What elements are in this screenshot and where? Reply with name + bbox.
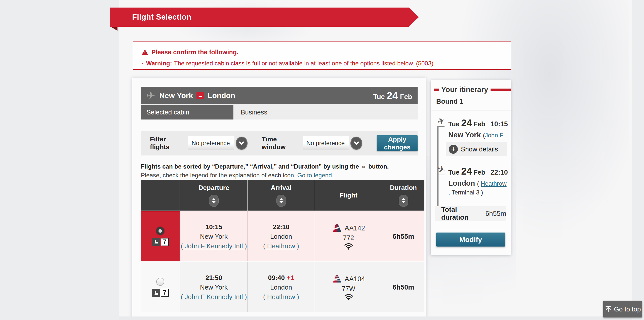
route-header: ✈ New York → London Tue 24 Feb <box>141 87 418 104</box>
flight-header-label: Flight <box>340 191 357 199</box>
show-details-label: Show details <box>461 145 498 153</box>
departure-header-label: Departure <box>198 184 229 192</box>
red-accent-bar <box>491 89 511 91</box>
duration-column-header: Duration <box>382 180 424 211</box>
arrow-up-to-top-icon <box>605 305 612 313</box>
flight-column-header: Flight <box>315 180 382 211</box>
seat-icon <box>152 238 160 246</box>
go-to-legend-link[interactable]: Go to legend. <box>297 172 334 179</box>
arrive-airport-link[interactable]: Heathrow <box>481 180 507 187</box>
arrival-airport-link[interactable]: ( Heathrow ) <box>263 292 299 302</box>
landing-icon: ✈ <box>435 165 448 175</box>
plus-icon: + <box>449 145 458 154</box>
sort-duration-button[interactable] <box>399 195 408 207</box>
seat-icon <box>152 289 160 297</box>
time-window-dropdown-button[interactable] <box>350 137 362 150</box>
route-destination: London <box>208 91 235 100</box>
seats-left-badge: 7 <box>152 238 169 246</box>
divider <box>431 110 511 110</box>
departure-airport-link[interactable]: ( John F Kennedy Intl ) <box>181 292 247 302</box>
airline-tail-logo-icon <box>332 224 342 233</box>
route-date: Tue 24 Feb <box>373 90 412 101</box>
modify-button[interactable]: Modify <box>436 232 505 247</box>
route-origin: New York <box>159 91 193 100</box>
itinerary-title: Your itinerary <box>441 86 488 94</box>
arrive-day: Tue <box>448 169 459 176</box>
bottom-section-strip <box>119 316 632 320</box>
total-duration-value: 6h55m <box>485 210 506 218</box>
selector-column-header <box>141 180 180 211</box>
departure-datetime: Tue 24 Feb 10:15 <box>448 118 508 129</box>
filter-bar: Filter flights No preference Time window… <box>141 131 418 155</box>
time-window-select[interactable]: No preference <box>303 136 349 150</box>
arrival-city: London <box>270 232 292 241</box>
warning-triangle-icon <box>141 49 148 55</box>
arrival-time-row: 09:40+1 <box>268 273 294 283</box>
total-duration-bar: Total duration 6h55m <box>435 206 506 221</box>
flights-table-header: Departure Arrival Flight Duration <box>141 180 424 211</box>
chevron-down-icon <box>353 140 360 146</box>
seats-left-count: 7 <box>161 289 169 297</box>
flight-duration: 6h55m <box>393 232 414 241</box>
paren: ( <box>477 180 479 187</box>
alert-message-row: · Warning: The requested cabin class is … <box>142 60 511 67</box>
filter-flights-label: Filter flights <box>150 135 183 151</box>
depart-month: Feb <box>474 120 485 128</box>
depart-time: 10:15 <box>491 120 508 128</box>
apply-changes-button[interactable]: Apply changes <box>377 135 418 151</box>
duration-header-label: Duration <box>390 184 417 192</box>
sort-departure-button[interactable] <box>209 195 219 207</box>
flight-radio-unselected[interactable] <box>156 278 164 286</box>
sort-up-icon <box>402 198 405 200</box>
aircraft-type: 772 <box>343 233 354 243</box>
sort-arrival-button[interactable] <box>276 195 286 207</box>
route-arrow-icon: → <box>196 92 204 99</box>
alert-bullet: · <box>142 61 144 67</box>
departure-time: 10:15 <box>206 222 222 232</box>
flight-duration: 6h50m <box>393 283 414 292</box>
flight-cell: AA104 77W <box>315 262 382 312</box>
departure-cell: 21:50 New York ( John F Kennedy Intl ) <box>180 262 247 312</box>
wifi-icon <box>344 243 353 250</box>
arrival-header-label: Arrival <box>271 184 291 192</box>
route-date-month: Feb <box>400 93 412 101</box>
page-title: Flight Selection <box>110 13 191 22</box>
flight-selector-cell: 7 <box>141 262 180 312</box>
arrival-time: 22:10 <box>273 223 290 231</box>
arrival-segment: Tue 24 Feb 22:10 London( Heathrow , Term… <box>448 166 508 197</box>
arrival-place: London( Heathrow , Terminal 3 ) <box>448 179 508 197</box>
flight-radio-selected[interactable] <box>156 227 164 235</box>
arrival-airport-link[interactable]: ( Heathrow ) <box>263 241 299 251</box>
go-to-top-button[interactable]: Go to top <box>603 301 642 317</box>
sort-down-icon <box>402 201 405 203</box>
itinerary-title-row: Your itinerary <box>431 86 511 94</box>
chevron-down-icon <box>238 140 245 146</box>
departure-cell: 10:15 New York ( John F Kennedy Intl ) <box>180 211 247 261</box>
page-banner: Flight Selection <box>110 8 419 27</box>
filter-flights-dropdown-button[interactable] <box>236 137 248 150</box>
depart-daynum: 24 <box>461 118 472 129</box>
red-accent-dash <box>434 89 439 91</box>
filter-flights-select[interactable]: No preference <box>188 136 234 150</box>
route-date-number: 24 <box>387 90 398 101</box>
arrival-column-header: Arrival <box>247 180 315 211</box>
departure-airport-link[interactable]: ( John F Kennedy Intl ) <box>181 241 247 251</box>
flight-number-row: AA142 <box>332 223 365 233</box>
sort-down-icon <box>279 201 283 203</box>
arrive-daynum: 24 <box>461 166 472 177</box>
departure-city: New York <box>200 283 228 292</box>
route-date-day: Tue <box>373 93 385 101</box>
flights-table: Departure Arrival Flight Duration <box>141 180 424 312</box>
show-details-button[interactable]: + Show details <box>446 142 507 156</box>
arrival-time: 09:40 <box>268 274 285 282</box>
legend-note-text: Please, check the legend for the explana… <box>141 172 296 179</box>
arrival-city: London <box>270 283 292 292</box>
banner-ribbon-fold <box>110 26 117 31</box>
flight-selector-cell: 7 <box>141 211 180 261</box>
time-window-label: Time window <box>262 135 298 151</box>
seats-left-count: 7 <box>161 238 169 246</box>
alert-title-row: Please confirm the following. <box>141 49 511 56</box>
airline-tail-logo-icon <box>332 274 342 284</box>
wifi-icon <box>344 293 353 300</box>
legend-note: Please, check the legend for the explana… <box>141 172 334 179</box>
